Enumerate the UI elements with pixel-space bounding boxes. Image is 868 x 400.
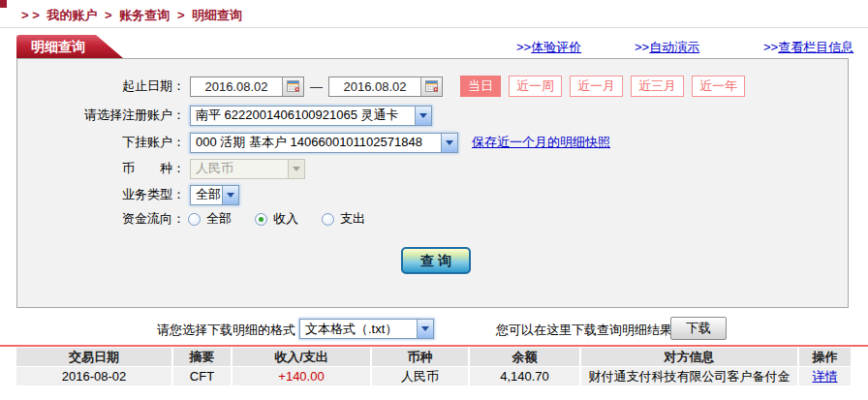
cell-summary: CFT (173, 367, 232, 385)
link-arrows: >> (635, 40, 649, 54)
table-header-row: 交易日期 摘要 收入/支出 币种 余额 对方信息 操作 (16, 348, 851, 366)
breadcrumb-separator: > (177, 8, 185, 22)
date-range-row: 起止日期： 2016.08.02 — 2016.08.02 当日 近一周 近一月… (17, 75, 848, 98)
quick-range-3months-button[interactable]: 近三月 (631, 76, 684, 97)
business-type-value: 全部 (191, 186, 222, 203)
header-amount: 收入/支出 (232, 348, 372, 366)
download-format-value: 文本格式（.txt） (300, 321, 417, 338)
quick-range-year-button[interactable]: 近一年 (692, 76, 745, 97)
fund-flow-label: 资金流向： (17, 210, 185, 228)
chevron-down-icon[interactable] (222, 186, 238, 204)
cell-action: 详情 (799, 367, 851, 385)
radio-label: 全部 (206, 210, 232, 228)
breadcrumb-item-my-account[interactable]: 我的账户 (46, 8, 97, 22)
header-summary: 摘要 (173, 348, 232, 366)
sub-account-select[interactable]: 000 活期 基本户 1406600101102571848 (190, 133, 458, 153)
start-date-value[interactable]: 2016.08.02 (191, 79, 282, 94)
header-balance: 余额 (470, 348, 581, 366)
download-format-select[interactable]: 文本格式（.txt） (299, 319, 434, 339)
chevron-down-icon (288, 160, 304, 178)
link-arrows: >> (763, 40, 778, 54)
fund-flow-option-expense[interactable]: 支出 (322, 210, 365, 228)
chevron-down-icon[interactable] (417, 320, 433, 338)
sub-account-row: 下挂账户： 000 活期 基本户 1406600101102571848 保存近… (17, 131, 848, 154)
date-separator: — (310, 79, 323, 94)
end-date-value[interactable]: 2016.08.02 (329, 79, 420, 94)
cell-balance: 4,140.70 (470, 367, 581, 385)
table-row: 2016-08-02 CFT +140.00 人民币 4,140.70 财付通支… (16, 367, 851, 385)
breadcrumb-separator: > (105, 8, 112, 22)
radio-checked-icon[interactable] (255, 213, 267, 226)
cell-counterparty: 财付通支付科技有限公司客户备付金 (581, 367, 799, 385)
sub-account-value: 000 活期 基本户 1406600101102571848 (191, 134, 441, 151)
link-label: 自动演示 (649, 40, 699, 54)
link-label: 查看栏目信息 (778, 40, 853, 54)
chevron-down-icon[interactable] (441, 134, 457, 152)
header-counterparty: 对方信息 (581, 348, 799, 366)
breadcrumb-item-detail-query[interactable]: 明细查询 (192, 8, 242, 22)
query-button[interactable]: 查 询 (401, 247, 471, 274)
header-action: 操作 (799, 348, 851, 366)
cell-amount: +140.00 (232, 367, 372, 385)
breadcrumb-item-account-query[interactable]: 账务查询 (119, 8, 170, 22)
link-arrows: >> (516, 40, 531, 54)
link-view-column-info[interactable]: >>查看栏目信息 (763, 39, 853, 56)
start-date-input[interactable]: 2016.08.02 (190, 77, 304, 97)
business-type-select[interactable]: 全部 (190, 185, 239, 205)
cell-currency: 人民币 (372, 367, 470, 385)
detail-link[interactable]: 详情 (813, 369, 838, 384)
chevron-down-icon[interactable] (415, 107, 431, 125)
calendar-icon[interactable] (420, 77, 442, 96)
currency-row: 币 种： 人民币 (17, 157, 848, 180)
snapshot-link[interactable]: 保存近一个月的明细快照 (472, 134, 610, 151)
download-format-label: 请您选择下载明细的格式 (0, 322, 295, 339)
register-account-select[interactable]: 南平 6222001406100921065 灵通卡 (190, 106, 432, 126)
business-type-label: 业务类型： (17, 186, 185, 203)
cell-date: 2016-08-02 (16, 367, 173, 385)
header-divider (0, 27, 868, 28)
fund-flow-option-all[interactable]: 全部 (188, 210, 232, 228)
link-label: 体验评价 (531, 40, 581, 54)
business-type-row: 业务类型： 全部 (17, 183, 848, 206)
quick-range-month-button[interactable]: 近一月 (570, 76, 623, 97)
quick-range-week-button[interactable]: 近一周 (509, 76, 562, 97)
download-hint: 您可以在这里下载查询明细结果 (496, 322, 672, 339)
sub-account-label: 下挂账户： (17, 134, 185, 151)
breadcrumb-prefix: > > (21, 8, 40, 22)
calendar-icon[interactable] (282, 77, 303, 96)
results-table: 交易日期 摘要 收入/支出 币种 余额 对方信息 操作 2016-08-02 C… (16, 348, 851, 385)
radio-icon[interactable] (188, 213, 201, 226)
radio-label: 收入 (273, 210, 298, 228)
radio-label: 支出 (340, 210, 365, 228)
end-date-input[interactable]: 2016.08.02 (328, 77, 443, 97)
tab-detail-query[interactable]: 明细查询 (16, 35, 123, 58)
register-account-row: 请选择注册账户： 南平 6222001406100921065 灵通卡 (17, 104, 848, 127)
header-currency: 币种 (372, 348, 470, 366)
table-top-divider (0, 345, 868, 347)
quick-range-today-button[interactable]: 当日 (460, 76, 501, 97)
query-form-panel: 起止日期： 2016.08.02 — 2016.08.02 当日 近一周 近一月… (16, 58, 849, 308)
download-button[interactable]: 下载 (670, 317, 727, 340)
breadcrumb: > > 我的账户 > 账务查询 > 明细查询 (21, 7, 246, 24)
radio-icon[interactable] (322, 213, 334, 226)
currency-select: 人民币 (190, 159, 305, 179)
header-date: 交易日期 (16, 348, 173, 366)
register-account-value: 南平 6222001406100921065 灵通卡 (191, 107, 415, 124)
fund-flow-option-income[interactable]: 收入 (255, 210, 298, 228)
currency-value: 人民币 (191, 160, 288, 177)
currency-label: 币 种： (17, 160, 185, 177)
date-range-label: 起止日期： (17, 77, 185, 95)
register-account-label: 请选择注册账户： (17, 107, 185, 124)
corner-marker (0, 0, 7, 8)
fund-flow-row: 资金流向： 全部 收入 支出 (17, 207, 848, 231)
link-auto-demo[interactable]: >>自动演示 (635, 39, 699, 56)
link-experience-rating[interactable]: >>体验评价 (516, 39, 581, 56)
